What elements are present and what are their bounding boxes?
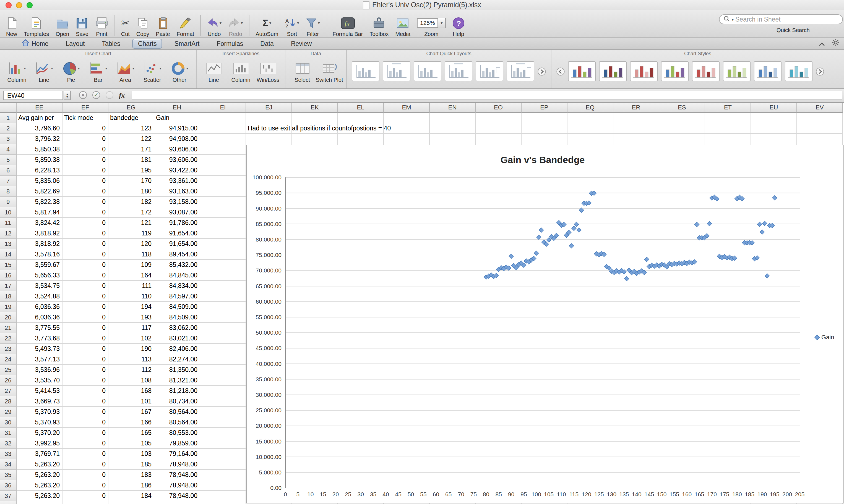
ribbon-insert-sparklines-column-button[interactable]: Column — [227, 60, 254, 83]
tab-review[interactable]: Review — [286, 39, 317, 48]
cell-EF4[interactable]: 0 — [63, 144, 108, 155]
cell-ER3[interactable] — [613, 134, 659, 144]
cell-EM3[interactable] — [384, 134, 430, 144]
tab-tables[interactable]: Tables — [97, 39, 125, 48]
column-header-ET[interactable]: ET — [705, 103, 751, 113]
cell-EI12[interactable] — [200, 228, 246, 239]
cell-EH17[interactable]: 84,834.00 — [154, 281, 200, 291]
row-header-1[interactable]: 1 — [0, 113, 17, 123]
cell-EF22[interactable]: 0 — [63, 333, 108, 344]
cell-EF37[interactable]: 0 — [63, 491, 108, 501]
cell-EG9[interactable]: 182 — [108, 197, 154, 207]
cell-EE8[interactable]: 5,822.69 — [17, 186, 63, 197]
cell-EE32[interactable]: 3,992.95 — [17, 438, 63, 449]
row-header-10[interactable]: 10 — [0, 207, 17, 218]
cell-EE34[interactable]: 5,263.20 — [17, 459, 63, 470]
cell-EJ3[interactable] — [246, 134, 292, 144]
cell-EG21[interactable]: 117 — [108, 323, 154, 333]
chart-style-2[interactable] — [599, 61, 627, 81]
cell-ES1[interactable] — [659, 113, 705, 123]
cell-EI3[interactable] — [200, 134, 246, 144]
chart-quick-layout-6[interactable] — [506, 61, 534, 81]
cell-EH25[interactable]: 81,350.00 — [154, 365, 200, 375]
cell-EE22[interactable]: 3,773.68 — [17, 333, 63, 344]
column-header-EE[interactable]: EE — [17, 103, 63, 113]
row-header-35[interactable]: 35 — [0, 470, 17, 480]
toolbar-templates-button[interactable]: Templates — [24, 16, 49, 37]
dropdown-arrow-icon[interactable]: ▾ — [186, 66, 188, 70]
cell-EU1[interactable] — [751, 113, 797, 123]
cell-EE16[interactable]: 5,656.33 — [17, 270, 63, 281]
cell-EH32[interactable]: 79,859.00 — [154, 438, 200, 449]
cell-EI11[interactable] — [200, 218, 246, 228]
cell-EF8[interactable]: 0 — [63, 186, 108, 197]
tab-smartart[interactable]: SmartArt — [170, 39, 205, 48]
toolbar-media-button[interactable]: Media — [395, 16, 410, 37]
cell-EE6[interactable]: 6,228.13 — [17, 165, 63, 176]
cell-EF6[interactable]: 0 — [63, 165, 108, 176]
cell-EG3[interactable]: 122 — [108, 134, 154, 144]
toolbar-print-button[interactable]: Print — [95, 16, 108, 37]
cell-EP3[interactable] — [521, 134, 567, 144]
row-header-15[interactable]: 15 — [0, 260, 17, 270]
styles-next-arrow-button[interactable] — [816, 67, 824, 75]
zoom-dropdown-button[interactable]: ▾ — [438, 18, 446, 28]
row-header-14[interactable]: 14 — [0, 249, 17, 260]
cell-EI16[interactable] — [200, 270, 246, 281]
cell-EG27[interactable]: 168 — [108, 386, 154, 396]
cell-EE38[interactable]: 3,543.68 — [17, 501, 63, 504]
cell-EI28[interactable] — [200, 396, 246, 407]
cell-EG11[interactable]: 121 — [108, 218, 154, 228]
cell-EI33[interactable] — [200, 449, 246, 459]
row-header-11[interactable]: 11 — [0, 218, 17, 228]
cell-EE37[interactable]: 5,263.20 — [17, 491, 63, 501]
formula-builder-button[interactable] — [106, 91, 114, 99]
column-header-EL[interactable]: EL — [338, 103, 384, 113]
chart-style-1[interactable] — [568, 61, 596, 81]
cell-EH27[interactable]: 81,218.00 — [154, 386, 200, 396]
cell-EE12[interactable]: 3,818.92 — [17, 228, 63, 239]
cell-EG10[interactable]: 172 — [108, 207, 154, 218]
cell-EE13[interactable]: 3,818.92 — [17, 239, 63, 249]
cell-EE25[interactable]: 3,536.96 — [17, 365, 63, 375]
cell-EF19[interactable]: 0 — [63, 302, 108, 312]
ribbon-insert-chart-pie-button[interactable]: ▾Pie — [57, 60, 85, 83]
cell-EG23[interactable]: 190 — [108, 344, 154, 354]
cell-EI15[interactable] — [200, 260, 246, 270]
cell-EK3[interactable] — [292, 134, 338, 144]
cell-EI38[interactable] — [200, 501, 246, 504]
cell-EI31[interactable] — [200, 428, 246, 438]
cell-EH12[interactable]: 91,654.00 — [154, 228, 200, 239]
row-header-23[interactable]: 23 — [0, 344, 17, 354]
toolbar-format-button[interactable]: Format — [177, 16, 194, 37]
row-header-24[interactable]: 24 — [0, 354, 17, 365]
ribbon-insert-chart-column-button[interactable]: ▾Column — [3, 60, 30, 83]
cell-EP1[interactable] — [521, 113, 567, 123]
row-header-18[interactable]: 18 — [0, 291, 17, 302]
dropdown-arrow-icon[interactable]: ▾ — [269, 21, 271, 25]
cell-EI35[interactable] — [200, 470, 246, 480]
cell-EG12[interactable]: 119 — [108, 228, 154, 239]
dropdown-arrow-icon[interactable]: ▾ — [297, 21, 299, 25]
row-header-12[interactable]: 12 — [0, 228, 17, 239]
cell-EI14[interactable] — [200, 249, 246, 260]
cell-EG29[interactable]: 167 — [108, 407, 154, 417]
cell-EM1[interactable] — [384, 113, 430, 123]
cell-EI10[interactable] — [200, 207, 246, 218]
row-header-28[interactable]: 28 — [0, 396, 17, 407]
cell-EG16[interactable]: 164 — [108, 270, 154, 281]
cell-EF20[interactable]: 0 — [63, 312, 108, 323]
cell-EG25[interactable]: 112 — [108, 365, 154, 375]
cell-EI27[interactable] — [200, 386, 246, 396]
cell-EN2[interactable] — [430, 123, 476, 134]
cell-EF29[interactable]: 0 — [63, 407, 108, 417]
chart-quick-layout-3[interactable] — [414, 61, 441, 81]
cell-EI29[interactable] — [200, 407, 246, 417]
toolbar-filter-button[interactable]: ▾Filter — [306, 16, 320, 37]
cell-EI6[interactable] — [200, 165, 246, 176]
cell-EG7[interactable]: 170 — [108, 176, 154, 186]
chart-quick-layout-1[interactable] — [352, 61, 379, 81]
chart-quick-layout-2[interactable] — [383, 61, 410, 81]
column-header-EV[interactable]: EV — [797, 103, 843, 113]
cell-EG35[interactable]: 183 — [108, 470, 154, 480]
